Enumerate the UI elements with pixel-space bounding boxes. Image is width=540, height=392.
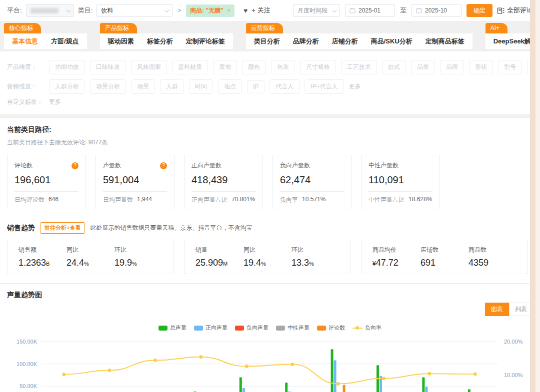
sales-metric-label: 店铺数 <box>420 246 468 254</box>
tab-item[interactable]: 品牌分析 <box>293 37 319 46</box>
tab-item[interactable]: 方面/观点 <box>51 37 79 46</box>
period-select[interactable]: 月度时间段 <box>293 4 340 17</box>
toggle-list-button[interactable]: 列表 <box>509 303 533 316</box>
sales-metric-label: 销量 <box>196 246 244 254</box>
legend-label: 中性声量 <box>288 324 310 332</box>
date-start-input[interactable]: 2025-01 <box>345 4 395 17</box>
section-divider <box>0 283 540 284</box>
filter-chip[interactable]: IP+代言人 <box>304 79 344 94</box>
legend-item[interactable]: 正向声量 <box>194 324 228 332</box>
tab-item[interactable]: 商品/SKU分析 <box>371 37 412 46</box>
legend-item[interactable]: 评论数 <box>317 324 345 332</box>
filter-chip[interactable]: 品牌 <box>440 60 464 74</box>
chart-view-toggle: 图表列表 <box>7 303 533 316</box>
filter-chip[interactable]: 人群 <box>160 79 184 94</box>
category-select[interactable]: 饮料 <box>96 4 172 17</box>
sales-header: 销售趋势 前往分析+查看 此处展示的销售数据只覆盖天猫、京东、抖音平台，不含淘宝 <box>7 222 533 234</box>
filter-chip[interactable]: 时间 <box>189 79 213 94</box>
metric-sub-value: 646 <box>48 196 58 204</box>
filter-chip[interactable]: 场景 <box>131 79 155 94</box>
filter-chip[interactable]: 人群分析 <box>49 79 85 94</box>
help-icon[interactable]: ? <box>72 162 78 169</box>
legend-item[interactable]: 负向声量 <box>235 324 268 332</box>
metric-label: 负向声量数 <box>280 161 310 170</box>
filter-chip[interactable]: 风格图案 <box>131 60 167 74</box>
tab-items-bar: 基本信息方面/观点 <box>4 33 87 49</box>
sales-metric-unit: % <box>309 261 314 267</box>
tab-item[interactable]: 基本信息 <box>12 37 38 46</box>
tab-item[interactable]: 定制评论标签 <box>186 37 225 46</box>
sales-metric: 环比19.9% <box>114 246 162 268</box>
metric-sub: 中性声量占比18.628% <box>368 191 432 204</box>
tab-group-badge: AI+ <box>486 23 508 33</box>
breadcrumb-separator: > <box>178 7 181 14</box>
filter-chip[interactable]: 品类 <box>411 60 435 74</box>
sales-metric-unit: % <box>261 261 266 267</box>
legend-item[interactable]: 负向率 <box>352 324 382 332</box>
sales-card: 销量25.909M同比19.4%环比13.3% <box>184 240 351 274</box>
tab-group-badge: 运营指标 <box>246 23 283 33</box>
sales-metric-label: 同比 <box>66 246 114 254</box>
sales-metric: 同比19.4% <box>244 246 292 268</box>
platform-select[interactable] <box>26 4 74 17</box>
tab-group: 核心指标基本信息方面/观点 <box>4 23 87 49</box>
volume-chart-header: 声量趋势图 <box>7 290 533 300</box>
help-icon[interactable]: ? <box>160 162 167 169</box>
tab-items-bar: 类目分析品牌分析店铺分析商品/SKU分析定制商品标签 <box>246 33 472 49</box>
sales-analyze-button[interactable]: 前往分析+查看 <box>40 222 85 234</box>
filter-chip[interactable]: 地点 <box>218 79 242 94</box>
more-link[interactable]: 更多 <box>49 98 61 106</box>
filter-chip[interactable]: 包装 <box>271 60 295 74</box>
filter-chip[interactable]: 口味味道 <box>90 60 126 74</box>
close-icon[interactable]: × <box>227 7 230 14</box>
sales-metric: 商品均价¥47.72 <box>372 246 420 268</box>
sales-metric-number: 24.4 <box>66 258 84 268</box>
keyword-tag-label: 商品: "无糖" <box>190 6 224 15</box>
filter-chip[interactable]: 颜色 <box>242 60 266 74</box>
sales-metric-label: 环比 <box>114 246 162 254</box>
filter-chip[interactable]: 场景分析 <box>90 79 126 94</box>
legend-swatch <box>276 326 285 331</box>
tab-item[interactable]: 定制商品标签 <box>426 37 464 46</box>
filter-chip[interactable]: IP <box>247 80 264 93</box>
legend-item[interactable]: 中性声量 <box>276 324 310 332</box>
blurred-platform-value <box>30 8 58 13</box>
sales-card: 商品均价¥47.72店铺数691商品数4359 <box>361 240 528 274</box>
filter-chip[interactable]: 尺寸规格 <box>300 60 336 74</box>
filter-row: 自定义标签：更多 <box>7 98 533 106</box>
sales-metric: 店铺数691 <box>420 246 468 268</box>
sales-metric-number: 13.3 <box>292 258 309 268</box>
filter-chip[interactable]: 原料材质 <box>172 60 208 74</box>
metric-card-top: 声量数? <box>103 161 167 170</box>
sales-metric: 商品数4359 <box>468 246 516 268</box>
sales-metric-unit: % <box>84 261 89 267</box>
keyword-tag[interactable]: 商品: "无糖" × <box>186 4 234 17</box>
metric-card-top: 中性声量数 <box>368 161 432 170</box>
sales-metric: 同比24.4% <box>66 246 114 268</box>
toggle-chart-button[interactable]: 图表 <box>485 303 509 316</box>
legend-swatch <box>235 326 244 331</box>
filter-chip[interactable]: 款式 <box>382 60 406 74</box>
tab-item[interactable]: 标签分析 <box>147 37 173 46</box>
follow-button[interactable]: + 关注 <box>252 6 270 15</box>
date-end-input[interactable]: 2025-10 <box>412 4 462 17</box>
filter-chip[interactable]: 代言人 <box>270 79 300 94</box>
metric-card-top: 负向声量数 <box>280 161 344 170</box>
tab-item[interactable]: 驱动因素 <box>108 37 134 46</box>
filter-chip[interactable]: 功能功效 <box>49 60 85 74</box>
filter-chip[interactable]: 质地 <box>213 60 237 74</box>
sales-metric: 环比13.3% <box>292 246 340 268</box>
legend-item[interactable]: 总声量 <box>158 324 186 332</box>
chevron-down-icon <box>332 7 337 12</box>
sales-metric-number: 691 <box>420 258 436 268</box>
metric-card: 声量数?591,004日均声量数1,944 <box>96 155 174 209</box>
filter-chip[interactable]: 型号 <box>498 60 522 74</box>
filter-chip[interactable]: 形状 <box>469 60 493 74</box>
tab-item[interactable]: 类目分析 <box>254 37 280 46</box>
all-comments-link[interactable]: 全部评论 <box>498 6 533 15</box>
more-link[interactable]: 更多 <box>349 82 361 91</box>
tab-item[interactable]: 店铺分析 <box>332 37 358 46</box>
tab-group: 运营指标类目分析品牌分析店铺分析商品/SKU分析定制商品标签 <box>246 23 472 49</box>
filter-chip[interactable]: 工艺技术 <box>341 60 377 74</box>
confirm-button[interactable]: 确定 <box>466 4 492 17</box>
